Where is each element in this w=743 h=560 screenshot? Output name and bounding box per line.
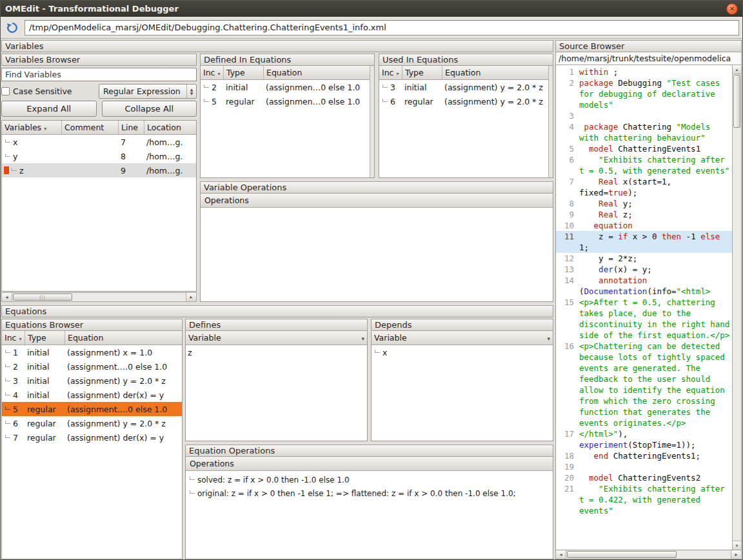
variables-hscrollbar[interactable]	[1, 292, 197, 302]
code-text: equation	[579, 220, 732, 231]
scroll-left-icon[interactable]	[556, 550, 566, 559]
code-text: Real y;	[579, 198, 732, 209]
code-line: 1within ;	[556, 66, 732, 77]
equation-type: initial	[25, 346, 65, 359]
operation-row[interactable]: solved: z = if x > 0.0 then -1.0 else 1.…	[186, 473, 553, 486]
code-line: 12 y = 2*z;	[556, 253, 732, 264]
column-header-inc[interactable]: Inc	[201, 66, 224, 79]
variable-comment	[62, 169, 119, 172]
code-line: 9 Real z;	[556, 209, 732, 220]
equation-index: 7	[13, 433, 18, 443]
equation-row[interactable]: 1initial(assignment) x = 1.0	[2, 345, 182, 359]
scrollbar-thumb[interactable]	[13, 294, 72, 301]
equation-type: initial	[25, 361, 65, 373]
source-hscrollbar[interactable]	[555, 550, 742, 559]
code-text: model ChatteringEvents1	[579, 143, 732, 154]
equation-row[interactable]: 6regular(assignment) y = 2.0 * z	[2, 416, 182, 430]
variable-row[interactable]: y8/hom…g.	[2, 149, 196, 163]
file-path-input[interactable]	[25, 20, 739, 35]
column-header-equation[interactable]: Equation	[264, 66, 370, 79]
tree-branch-icon	[382, 85, 388, 88]
dropdown-arrow-icon[interactable]	[547, 333, 550, 343]
spinner-arrows-icon[interactable]	[186, 85, 196, 98]
defines-row[interactable]: z	[186, 345, 367, 359]
column-header-type[interactable]: Type	[224, 66, 264, 79]
equation-type: regular	[224, 95, 264, 108]
source-vscrollbar[interactable]	[732, 65, 741, 550]
column-header-variable[interactable]: Variable	[372, 331, 553, 345]
find-variables-input[interactable]	[1, 68, 197, 81]
equation-operations-pane: Equation Operations Operations solved: z…	[185, 445, 553, 559]
tree-branch-icon	[5, 421, 10, 424]
defined-in-row[interactable]: 2initial(assignmen…0 else 1.0	[201, 80, 370, 94]
case-sensitive-checkbox[interactable]	[1, 87, 10, 95]
code-line: 3	[556, 110, 732, 121]
code-text: package Debugging "Test cases for debugg…	[579, 77, 732, 110]
code-line: 14 annotation (Documentation(info="<html…	[556, 275, 732, 297]
scroll-right-icon[interactable]	[186, 293, 196, 301]
column-header-inc[interactable]: Inc	[2, 331, 25, 345]
scrollbar-thumb[interactable]	[567, 551, 677, 558]
equation-row[interactable]: 2initial(assignment….0 else 1.0	[2, 359, 182, 374]
variable-row[interactable]: z9/hom…g.	[2, 163, 196, 177]
operation-row[interactable]: original: z = if x > 0 then -1 else 1; =…	[186, 486, 553, 500]
tree-branch-icon	[5, 154, 10, 157]
variable-name: x	[13, 137, 17, 147]
column-header-equation[interactable]: Equation	[65, 331, 182, 345]
variable-operations-pane: Variable Operations Operations	[200, 181, 553, 302]
expand-all-button[interactable]: Expand All	[1, 101, 97, 117]
equations-body: Equations Browser Inc Type Equation	[1, 319, 553, 559]
collapse-all-button[interactable]: Collapse All	[102, 101, 197, 117]
equation-index: 3	[13, 376, 18, 386]
equation-text: (assignment) y = 2.0 * z	[442, 81, 548, 94]
line-number: 2	[556, 77, 579, 110]
dropdown-arrow-icon[interactable]	[361, 333, 364, 343]
depends-row[interactable]: x	[372, 345, 553, 359]
code-line: 7 Real x(start=1, fixed=true);	[556, 176, 732, 198]
equation-type: regular	[402, 95, 442, 108]
close-icon[interactable]: ✕	[726, 3, 738, 15]
code-line: 20 model ChatteringEvents2	[556, 472, 732, 483]
column-header-variable[interactable]: Variable	[186, 331, 367, 345]
equation-row[interactable]: 3initial(assignment) y = 2.0 * z	[2, 374, 182, 388]
column-header-location[interactable]: Location	[144, 121, 196, 134]
equation-row[interactable]: 7regular(assignment) der(x) = y	[2, 430, 182, 445]
column-header-variables[interactable]: Variables	[2, 121, 62, 134]
equations-section-header: Equations	[1, 305, 553, 317]
scrollbar-thumb[interactable]	[733, 75, 740, 128]
column-header-equation[interactable]: Equation	[442, 66, 548, 79]
equation-row[interactable]: 5regular(assignment….0 else 1.0	[2, 402, 182, 416]
equation-type: initial	[25, 375, 65, 387]
column-header-type[interactable]: Type	[402, 66, 442, 79]
reload-transformations-button[interactable]	[4, 19, 21, 36]
column-header-comment[interactable]: Comment	[62, 121, 119, 134]
code-text	[579, 461, 732, 472]
defined-in-vscrollbar[interactable]	[370, 66, 374, 177]
case-sensitive-label: Case Sensitive	[13, 86, 72, 96]
scroll-left-icon[interactable]	[2, 293, 12, 301]
column-header-line[interactable]: Line	[119, 121, 144, 134]
source-browser-header: Source Browser	[555, 40, 742, 52]
equation-text: (assignmen…0 else 1.0	[264, 95, 370, 108]
used-in-row[interactable]: 3initial(assignment) y = 2.0 * z	[379, 80, 548, 94]
code-text: "Exhibits chattering after t = 0.422, wi…	[579, 483, 732, 516]
code-line: 21 "Exhibits chattering after t = 0.422,…	[556, 483, 732, 516]
code-line: 15<p>After t = 0.5, chattering takes pla…	[556, 297, 732, 341]
sort-icon	[16, 333, 21, 343]
equations-browser-header: Equations Browser	[1, 319, 183, 331]
source-code-view[interactable]: 1within ;2package Debugging "Test cases …	[555, 65, 742, 550]
equation-row[interactable]: 4initial(assignment) der(x) = y	[2, 388, 182, 402]
scroll-right-icon[interactable]	[731, 550, 741, 559]
match-mode-combobox[interactable]: Regular Expression	[99, 84, 197, 99]
column-header-type[interactable]: Type	[25, 331, 65, 345]
used-in-row[interactable]: 6regular(assignment) y = 2.0 * z	[379, 94, 548, 108]
scroll-down-icon[interactable]	[733, 541, 741, 550]
variable-name: y	[13, 152, 17, 161]
used-in-vscrollbar[interactable]	[548, 66, 553, 177]
code-lines[interactable]: 1within ;2package Debugging "Test cases …	[556, 65, 732, 550]
column-header-inc[interactable]: Inc	[379, 66, 402, 79]
scroll-up-icon[interactable]	[733, 65, 741, 74]
variable-row[interactable]: x7/hom…g.	[2, 135, 196, 149]
defined-in-row[interactable]: 5regular(assignmen…0 else 1.0	[201, 94, 370, 108]
line-number: 5	[556, 143, 579, 154]
